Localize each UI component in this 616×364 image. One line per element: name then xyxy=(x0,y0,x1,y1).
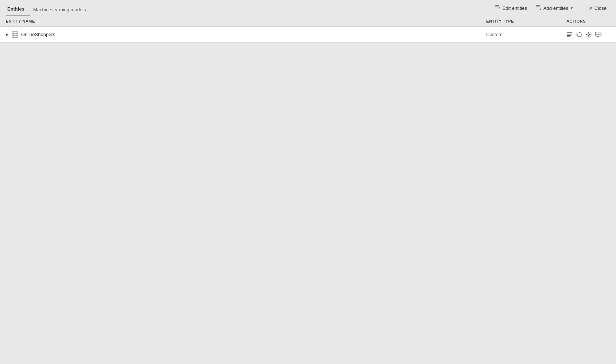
close-label: Close xyxy=(594,5,607,11)
svg-rect-18 xyxy=(595,32,601,36)
tab-entities[interactable]: Entities xyxy=(6,3,30,16)
svg-rect-4 xyxy=(536,7,540,7)
add-entities-dropdown-arrow: ▼ xyxy=(570,6,574,10)
close-icon: ✕ xyxy=(589,5,593,11)
action-edit-icon[interactable] xyxy=(566,31,573,38)
add-entities-label: Add entities xyxy=(543,5,568,11)
svg-rect-8 xyxy=(12,32,18,38)
toolbar: Edit entities Add entities ▼ ✕ Close xyxy=(491,0,616,16)
row-entity-name-cell: ▶ OnlineShoppers xyxy=(6,31,486,38)
svg-rect-1 xyxy=(495,7,499,7)
table-container: ENTITY NAME ENTITY TYPE ACTIONS ▶ Online… xyxy=(0,16,616,43)
row-actions-cell xyxy=(566,31,610,38)
entity-name-label: OnlineShoppers xyxy=(21,32,55,37)
expand-icon[interactable]: ▶ xyxy=(6,32,9,36)
add-entities-icon xyxy=(536,5,542,12)
tab-bar: Entities Machine learning models Edit en… xyxy=(0,0,616,16)
svg-rect-16 xyxy=(567,36,570,37)
table-header: ENTITY NAME ENTITY TYPE ACTIONS xyxy=(0,16,616,27)
action-settings-icon[interactable] xyxy=(585,31,592,38)
svg-rect-2 xyxy=(495,8,498,8)
edit-entities-icon xyxy=(495,5,501,12)
svg-point-17 xyxy=(588,34,590,35)
toolbar-separator xyxy=(581,4,581,12)
tab-ml-models[interactable]: Machine learning models xyxy=(32,3,92,16)
svg-rect-5 xyxy=(536,8,539,8)
svg-rect-3 xyxy=(536,5,540,6)
close-button[interactable]: ✕ Close xyxy=(585,3,610,13)
add-entities-button[interactable]: Add entities ▼ xyxy=(532,3,577,14)
col-header-entity-name: ENTITY NAME xyxy=(6,19,486,23)
row-entity-type-cell: Custom xyxy=(486,32,566,37)
svg-rect-15 xyxy=(567,35,571,36)
edit-entities-label: Edit entities xyxy=(503,5,527,11)
table-row: ▶ OnlineShoppers Custom xyxy=(0,27,616,43)
entity-table-icon xyxy=(12,31,18,38)
col-header-actions: ACTIONS xyxy=(566,19,610,23)
svg-rect-13 xyxy=(567,32,572,33)
action-refresh-icon[interactable] xyxy=(576,31,582,38)
col-header-entity-type: ENTITY TYPE xyxy=(486,19,566,23)
action-monitor-icon[interactable] xyxy=(595,31,601,38)
svg-rect-14 xyxy=(567,34,572,35)
edit-entities-button[interactable]: Edit entities xyxy=(491,3,531,14)
svg-rect-0 xyxy=(495,5,499,6)
